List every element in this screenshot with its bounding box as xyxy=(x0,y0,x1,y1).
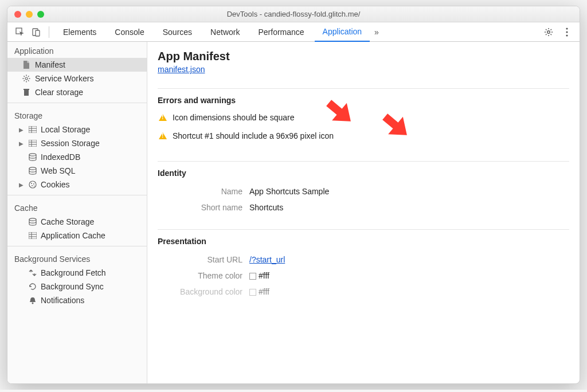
svg-rect-26 xyxy=(29,126,37,133)
warning-text: Shortcut #1 should include a 96x96 pixel… xyxy=(173,131,334,140)
sidebar-item-local-storage[interactable]: ▶ Local Storage xyxy=(7,123,147,136)
svg-rect-2 xyxy=(36,30,40,36)
svg-point-15 xyxy=(25,77,28,80)
main-panel: App Manifest manifest.json Errors and wa… xyxy=(147,42,580,383)
svg-line-9 xyxy=(551,34,552,35)
identity-name-value: App Shortcuts Sample xyxy=(249,187,329,196)
svg-point-37 xyxy=(31,183,32,184)
sidebar-item-service-workers[interactable]: Service Workers xyxy=(7,72,147,85)
sidebar-item-label: IndexedDB xyxy=(41,152,80,162)
devtools-toolbar: Elements Console Sources Network Perform… xyxy=(7,22,580,42)
svg-rect-24 xyxy=(24,90,29,96)
grid-icon xyxy=(28,126,37,133)
tab-console[interactable]: Console xyxy=(107,22,152,42)
identity-short-value: Shortcuts xyxy=(249,203,283,212)
presentation-section: Presentation Start URL/?start_url Theme … xyxy=(158,229,569,300)
sidebar-item-label: Local Storage xyxy=(41,125,90,134)
kebab-menu-icon[interactable] xyxy=(560,25,574,39)
sidebar-item-notifications[interactable]: Notifications xyxy=(7,293,147,307)
sidebar-section-application: Application xyxy=(7,42,147,58)
svg-point-13 xyxy=(566,31,568,33)
sidebar-item-cache-storage[interactable]: Cache Storage xyxy=(7,215,147,229)
devtools-window: DevTools - candied-flossy-fold.glitch.me… xyxy=(7,6,580,384)
start-url-link[interactable]: /?start_url xyxy=(249,255,285,264)
sidebar-item-cookies[interactable]: ▶ Cookies xyxy=(7,178,147,191)
identity-heading: Identity xyxy=(158,168,569,178)
sidebar-item-bg-sync[interactable]: Background Sync xyxy=(7,280,147,293)
svg-point-34 xyxy=(29,154,36,156)
sidebar-item-application-cache[interactable]: Application Cache xyxy=(7,229,147,242)
warning-icon xyxy=(159,114,167,121)
warning-icon xyxy=(159,132,167,139)
toolbar-divider xyxy=(49,26,49,38)
svg-point-35 xyxy=(29,167,36,170)
device-toggle-icon[interactable] xyxy=(29,25,43,39)
sidebar-item-label: Session Storage xyxy=(41,139,100,148)
grid-icon xyxy=(28,140,37,147)
sidebar-section-cache: Cache xyxy=(7,199,147,215)
presentation-heading: Presentation xyxy=(158,237,569,246)
file-icon xyxy=(22,61,30,69)
sidebar-item-session-storage[interactable]: ▶ Session Storage xyxy=(7,136,147,150)
identity-section: Identity NameApp Shortcuts Sample Short … xyxy=(158,161,569,215)
tab-sources[interactable]: Sources xyxy=(155,22,200,42)
svg-point-46 xyxy=(32,303,34,304)
svg-point-36 xyxy=(29,181,36,188)
svg-point-38 xyxy=(33,183,34,185)
annotation-arrow xyxy=(319,95,359,129)
inspect-icon[interactable] xyxy=(13,25,27,39)
identity-short-label: Short name xyxy=(158,203,249,212)
db-icon xyxy=(28,167,37,175)
sidebar-item-manifest[interactable]: Manifest xyxy=(7,58,147,72)
sidebar-item-label: Service Workers xyxy=(35,74,93,83)
sidebar-item-bg-fetch[interactable]: Background Fetch xyxy=(7,266,147,280)
tab-network[interactable]: Network xyxy=(202,22,248,42)
sidebar-item-label: Web SQL xyxy=(41,166,75,175)
svg-point-14 xyxy=(566,34,568,36)
db-icon xyxy=(28,218,37,226)
sidebar-item-label: Manifest xyxy=(35,60,65,69)
sidebar-item-websql[interactable]: Web SQL xyxy=(7,164,147,178)
window-title: DevTools - candied-flossy-fold.glitch.me… xyxy=(7,10,580,18)
sidebar: Application Manifest Service Workers Cle… xyxy=(7,42,147,383)
warning-row: Shortcut #1 should include a 96x96 pixel… xyxy=(158,129,569,147)
page-title: App Manifest xyxy=(158,50,569,63)
color-swatch xyxy=(249,289,256,296)
sidebar-section-background: Background Services xyxy=(7,250,147,266)
theme-color-value: #fff xyxy=(249,271,269,280)
bell-icon xyxy=(28,296,37,304)
svg-line-8 xyxy=(546,29,547,30)
svg-line-10 xyxy=(546,34,547,35)
bg-color-value: #fff xyxy=(249,287,269,296)
errors-section: Errors and warnings Icon dimensions shou… xyxy=(158,88,569,147)
svg-point-3 xyxy=(547,30,550,33)
refresh-icon xyxy=(28,283,37,291)
errors-heading: Errors and warnings xyxy=(158,96,569,105)
sidebar-item-label: Clear storage xyxy=(35,88,83,97)
warning-text: Icon dimensions should be square xyxy=(173,113,294,122)
svg-line-21 xyxy=(28,80,29,81)
bg-color-label: Background color xyxy=(158,287,249,296)
titlebar: DevTools - candied-flossy-fold.glitch.me… xyxy=(7,6,580,22)
manifest-json-link[interactable]: manifest.json xyxy=(158,65,205,74)
svg-line-11 xyxy=(551,29,552,30)
svg-line-22 xyxy=(24,80,25,81)
chevron-right-icon: ▶ xyxy=(19,140,25,147)
svg-point-39 xyxy=(32,185,33,186)
svg-rect-25 xyxy=(24,89,29,90)
sidebar-item-clear-storage[interactable]: Clear storage xyxy=(7,85,147,99)
tab-elements[interactable]: Elements xyxy=(55,22,104,42)
warning-row: Icon dimensions should be square xyxy=(158,111,569,129)
chevron-right-icon: ▶ xyxy=(19,127,25,133)
color-swatch xyxy=(249,273,256,280)
svg-point-12 xyxy=(566,28,568,29)
svg-line-20 xyxy=(24,76,25,77)
trash-icon xyxy=(22,88,30,96)
tabs-overflow[interactable]: » xyxy=(372,22,381,42)
sidebar-item-indexeddb[interactable]: IndexedDB xyxy=(7,150,147,164)
tab-application[interactable]: Application xyxy=(315,22,370,42)
cookie-icon xyxy=(28,181,37,189)
gear-icon xyxy=(22,75,30,83)
settings-icon[interactable] xyxy=(542,25,555,39)
tab-performance[interactable]: Performance xyxy=(250,22,312,42)
